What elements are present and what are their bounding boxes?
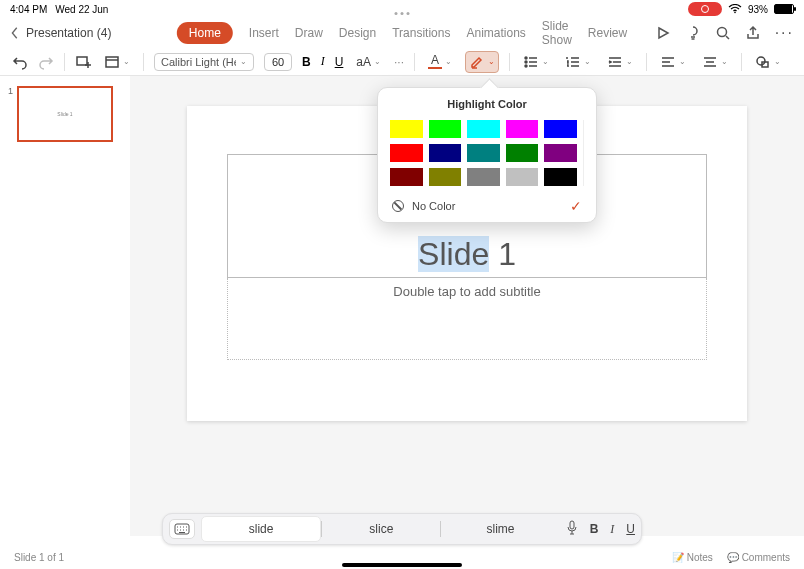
slide-panel[interactable]: 1 Slide 1 <box>0 76 130 536</box>
ribbon: ⌄ Calibri Light (Head⌄ 60 B I U aA⌄ ··· … <box>0 48 804 76</box>
svg-point-5 <box>525 61 527 63</box>
share-icon[interactable] <box>745 25 761 41</box>
notes-button[interactable]: 📝 Notes <box>672 552 713 563</box>
undo-icon[interactable] <box>12 54 28 70</box>
svg-point-6 <box>525 65 527 67</box>
tab-draw[interactable]: Draw <box>295 26 323 40</box>
color-swatch[interactable] <box>506 120 539 138</box>
color-swatch[interactable] <box>467 168 500 186</box>
kbd-underline-button[interactable]: U <box>626 522 635 536</box>
italic-button[interactable]: I <box>321 54 325 69</box>
screen-recording-indicator[interactable] <box>688 2 722 16</box>
color-swatch[interactable] <box>429 120 462 138</box>
back-button[interactable]: Presentation (4) <box>10 26 111 40</box>
align-button[interactable]: ⌄ <box>657 52 689 72</box>
color-swatch[interactable] <box>390 144 423 162</box>
shapes-button[interactable]: ⌄ <box>752 52 784 72</box>
wifi-icon <box>728 4 742 14</box>
suggestion-3[interactable]: slime <box>441 517 559 541</box>
font-size-input[interactable]: 60 <box>264 53 292 71</box>
keyboard-toggle-button[interactable] <box>169 519 195 539</box>
multitask-dots[interactable] <box>395 12 410 15</box>
no-color-option[interactable]: No Color <box>392 200 455 212</box>
tab-home[interactable]: Home <box>177 22 233 44</box>
color-swatch[interactable] <box>429 144 462 162</box>
line-spacing-button[interactable]: ⌄ <box>699 52 731 72</box>
slide-thumbnail[interactable]: Slide 1 <box>17 86 113 142</box>
tab-slideshow[interactable]: Slide Show <box>542 19 572 47</box>
tab-insert[interactable]: Insert <box>249 26 279 40</box>
title-row: Presentation (4) Home Insert Draw Design… <box>0 18 804 48</box>
color-swatch[interactable] <box>544 168 577 186</box>
comments-button[interactable]: 💬 Comments <box>727 552 790 563</box>
tab-design[interactable]: Design <box>339 26 376 40</box>
ribbon-tabs: Home Insert Draw Design Transitions Anim… <box>177 19 627 47</box>
color-swatch[interactable] <box>390 168 423 186</box>
font-color-button[interactable]: A ⌄ <box>425 52 455 71</box>
no-color-icon <box>392 200 404 212</box>
search-icon[interactable] <box>715 25 731 41</box>
new-slide-icon[interactable] <box>75 54 91 70</box>
svg-point-1 <box>717 28 726 37</box>
kbd-bold-button[interactable]: B <box>590 522 599 536</box>
bullets-button[interactable]: ⌄ <box>520 52 552 72</box>
suggestion-1[interactable]: slide <box>201 516 321 542</box>
doc-name: Presentation (4) <box>26 26 111 40</box>
title-rest[interactable]: 1 <box>489 236 516 272</box>
tab-transitions[interactable]: Transitions <box>392 26 450 40</box>
swatch-grid <box>390 120 584 186</box>
svg-point-7 <box>757 57 765 65</box>
bold-button[interactable]: B <box>302 55 311 69</box>
color-swatch[interactable] <box>506 168 539 186</box>
color-swatch[interactable] <box>506 144 539 162</box>
subtitle-placeholder[interactable]: Double tap to add subtitle <box>227 278 707 360</box>
redo-icon <box>38 54 54 70</box>
layout-button[interactable]: ⌄ <box>101 52 133 72</box>
status-time: 4:04 PM <box>10 4 47 15</box>
suggestion-2[interactable]: slice <box>322 517 440 541</box>
font-name-select[interactable]: Calibri Light (Head⌄ <box>154 53 254 71</box>
tab-animations[interactable]: Animations <box>466 26 525 40</box>
indent-button[interactable]: ⌄ <box>604 52 636 72</box>
svg-point-4 <box>525 57 527 59</box>
color-swatch[interactable] <box>467 120 500 138</box>
selected-check-icon: ✓ <box>570 198 582 214</box>
svg-point-0 <box>734 12 736 14</box>
present-icon[interactable] <box>655 25 671 41</box>
battery-pct: 93% <box>748 4 768 15</box>
color-swatch[interactable] <box>429 168 462 186</box>
svg-rect-2 <box>77 57 87 65</box>
highlight-color-popover: Highlight Color No Color ✓ <box>377 87 597 223</box>
keyboard-suggestion-bar: slide slice slime B I U <box>162 513 642 545</box>
change-case-button[interactable]: aA⌄ <box>353 53 384 71</box>
slide-indicator: Slide 1 of 1 <box>14 552 64 563</box>
tab-review[interactable]: Review <box>588 26 627 40</box>
thumb-number: 1 <box>8 86 13 142</box>
highlight-color-button[interactable]: ⌄ <box>465 51 499 73</box>
ideas-icon[interactable] <box>685 25 701 41</box>
dictation-button[interactable] <box>566 520 578 539</box>
color-swatch[interactable] <box>467 144 500 162</box>
home-indicator[interactable] <box>342 563 462 567</box>
color-swatch[interactable] <box>544 144 577 162</box>
kbd-italic-button[interactable]: I <box>610 522 614 537</box>
more-icon[interactable]: ··· <box>775 24 794 42</box>
color-swatch[interactable] <box>544 120 577 138</box>
svg-rect-3 <box>106 57 118 67</box>
popover-title: Highlight Color <box>390 98 584 110</box>
underline-button[interactable]: U <box>335 55 344 69</box>
battery-icon <box>774 4 794 14</box>
title-selected-text[interactable]: Slide <box>418 236 489 272</box>
svg-rect-10 <box>570 521 574 529</box>
status-date: Wed 22 Jun <box>55 4 108 15</box>
status-bar: 4:04 PM Wed 22 Jun 93% <box>0 0 804 18</box>
numbering-button[interactable]: ⌄ <box>562 52 594 72</box>
color-swatch[interactable] <box>390 120 423 138</box>
